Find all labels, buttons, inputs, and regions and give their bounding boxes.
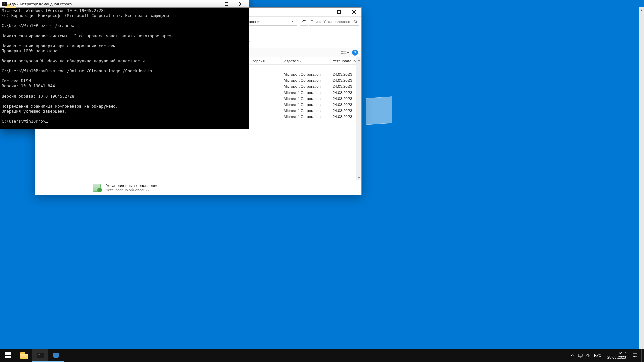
- tray-time: 16:17: [607, 351, 626, 355]
- update-installed: 24.03.2023: [330, 90, 354, 95]
- svg-rect-2: [341, 51, 343, 52]
- update-publisher: Microsoft Corporation: [281, 109, 330, 113]
- update-installed: 24.03.2023: [330, 109, 354, 113]
- chevron-down-icon: ▾: [347, 50, 349, 55]
- minimize-button[interactable]: [317, 8, 332, 16]
- vertical-scrollbar[interactable]: ▴ ▾: [356, 57, 361, 180]
- svg-rect-3: [341, 53, 343, 54]
- svg-rect-7: [578, 354, 582, 357]
- vertical-scrollbar[interactable]: ▴ ▾: [639, 7, 644, 362]
- svg-rect-4: [225, 2, 228, 5]
- control-panel-icon: [53, 352, 60, 358]
- search-icon: [354, 20, 358, 24]
- column-publisher[interactable]: Издатель: [281, 59, 330, 63]
- search-box[interactable]: [309, 18, 359, 26]
- address-dropdown-button[interactable]: [292, 20, 295, 23]
- minimize-button[interactable]: [204, 0, 219, 8]
- close-button[interactable]: [234, 0, 249, 8]
- svg-point-1: [354, 20, 357, 23]
- scroll-down-button[interactable]: ▾: [356, 175, 361, 180]
- column-version[interactable]: Версия: [249, 59, 281, 63]
- terminal-output[interactable]: Microsoft Windows [Version 10.0.19045.27…: [0, 8, 249, 129]
- svg-rect-5: [53, 353, 59, 357]
- maximize-button[interactable]: [332, 8, 346, 16]
- scroll-up-button[interactable]: ▴: [356, 57, 361, 63]
- help-button[interactable]: ?: [352, 50, 358, 56]
- maximize-button[interactable]: [219, 0, 234, 8]
- search-input[interactable]: [311, 20, 354, 24]
- update-installed: 24.03.2023: [330, 97, 354, 101]
- update-installed: 24.03.2023: [330, 72, 354, 76]
- windows-icon: [5, 352, 11, 358]
- cmd-icon: >_: [37, 353, 44, 358]
- status-sub: Установлено обновлений: 8: [106, 188, 158, 192]
- desktop-accent: [366, 96, 392, 125]
- column-installed[interactable]: Установлено: [330, 59, 354, 63]
- update-publisher: Microsoft Corporation: [281, 78, 330, 82]
- update-installed: 24.03.2023: [330, 84, 354, 88]
- start-button[interactable]: [0, 349, 16, 362]
- update-publisher: Microsoft Corporation: [281, 103, 330, 107]
- tray-date: 28.03.2023: [607, 355, 626, 360]
- svg-rect-0: [338, 11, 341, 14]
- tray-network-icon[interactable]: [578, 353, 583, 358]
- show-desktop-button[interactable]: [641, 349, 643, 362]
- view-button[interactable]: ▾: [341, 50, 349, 55]
- update-installed: 24.03.2023: [330, 78, 354, 82]
- scroll-up-button[interactable]: ▴: [639, 7, 644, 13]
- update-publisher: Microsoft Corporation: [281, 115, 330, 119]
- tray-chevron-icon[interactable]: [570, 353, 575, 358]
- folder-icon: [20, 354, 28, 359]
- updates-icon: [91, 183, 102, 192]
- update-publisher: Microsoft Corporation: [281, 84, 330, 88]
- tray-clock[interactable]: 16:17 28.03.2023: [605, 351, 629, 360]
- cmd-icon: [2, 2, 7, 6]
- tray-action-center[interactable]: [632, 349, 638, 362]
- taskbar-cmd[interactable]: >_: [32, 349, 48, 362]
- close-button[interactable]: [346, 8, 361, 16]
- status-bar: Установленные обновления Установлено обн…: [86, 180, 361, 195]
- tray-language[interactable]: РУС: [594, 353, 601, 357]
- cmd-titlebar[interactable]: Администратор: Командная строка: [0, 0, 249, 8]
- update-publisher: Microsoft Corporation: [281, 72, 330, 76]
- cmd-window: Администратор: Командная строка Microsof…: [0, 0, 249, 129]
- update-publisher: Microsoft Corporation: [281, 97, 330, 101]
- refresh-button[interactable]: [300, 18, 308, 26]
- update-installed: 24.03.2023: [330, 115, 354, 119]
- tray-volume-icon[interactable]: [586, 353, 591, 358]
- taskbar: >_ РУС 16:17 28.03.2023: [0, 349, 644, 362]
- update-installed: 24.03.2023: [330, 103, 354, 107]
- update-publisher: Microsoft Corporation: [281, 90, 330, 95]
- status-title: Установленные обновления: [106, 183, 158, 188]
- view-icon: [341, 50, 346, 55]
- taskbar-control-panel[interactable]: [48, 349, 64, 362]
- svg-rect-6: [54, 357, 58, 358]
- taskbar-file-explorer[interactable]: [16, 349, 32, 362]
